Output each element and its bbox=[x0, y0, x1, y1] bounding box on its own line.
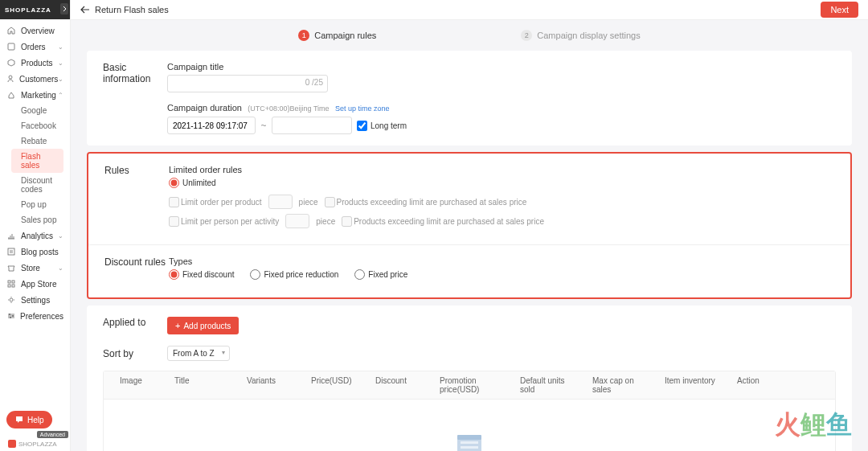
sort-select[interactable]: From A to Z bbox=[167, 346, 230, 361]
sort-by-label: Sort by bbox=[103, 348, 167, 359]
title-counter: 0 /25 bbox=[305, 78, 323, 87]
th-default-sold: Default units sold bbox=[514, 376, 586, 394]
end-date-input[interactable] bbox=[272, 117, 352, 134]
back-button[interactable]: Return Flash sales bbox=[80, 5, 169, 14]
nav-app-store[interactable]: App Store bbox=[0, 276, 70, 292]
svg-point-10 bbox=[10, 317, 11, 318]
limit-person-checkbox[interactable]: Limit per person per activity bbox=[169, 216, 279, 227]
th-promo: Promotion price(USD) bbox=[433, 376, 514, 394]
th-discount: Discount bbox=[369, 376, 433, 394]
arrow-left-icon bbox=[80, 6, 90, 14]
step-2[interactable]: 2Campaign display settings bbox=[521, 30, 640, 41]
types-label: Types bbox=[169, 256, 834, 266]
sub-facebook[interactable]: Facebook bbox=[11, 118, 70, 133]
svg-rect-4 bbox=[12, 281, 14, 283]
chevron-down-icon: ⌄ bbox=[58, 232, 63, 240]
rules-highlight-box: Rules Limited order rules Unlimited Limi… bbox=[87, 152, 852, 299]
limit-person-input[interactable] bbox=[285, 214, 309, 228]
help-button[interactable]: Help bbox=[6, 411, 52, 428]
campaign-title-input[interactable] bbox=[167, 75, 328, 92]
orders-icon bbox=[6, 42, 16, 51]
section-basic-title: Basic information bbox=[103, 62, 167, 84]
add-products-button[interactable]: +Add products bbox=[167, 317, 239, 334]
chat-icon bbox=[14, 415, 24, 424]
home-icon bbox=[6, 26, 16, 35]
sub-pop-up[interactable]: Pop up bbox=[11, 197, 70, 212]
date-separator: ~ bbox=[260, 120, 267, 131]
section-rules-title: Rules bbox=[104, 165, 169, 176]
exceed1-checkbox[interactable]: Products exceeding limit are purchased a… bbox=[325, 197, 527, 207]
nav-overview[interactable]: Overview bbox=[0, 23, 70, 39]
svg-rect-12 bbox=[457, 435, 481, 440]
fixed-reduction-radio[interactable]: Fixed price reduction bbox=[250, 269, 338, 280]
nav-settings[interactable]: Settings bbox=[0, 292, 70, 308]
sidebar-toggle[interactable] bbox=[60, 3, 68, 14]
products-table: Image Title Variants Price(USD) Discount… bbox=[103, 371, 836, 451]
footer-logo: SHOPLAZZA bbox=[8, 440, 57, 448]
nav-customers[interactable]: Customers⌄ bbox=[0, 71, 70, 87]
empty-state: No data found bbox=[104, 400, 835, 451]
pref-icon bbox=[6, 311, 15, 321]
th-title: Title bbox=[168, 376, 240, 394]
brand-logo: SHOPLAZZA bbox=[0, 0, 70, 19]
campaign-title-label: Campaign title bbox=[167, 62, 836, 72]
th-action: Action bbox=[731, 376, 795, 394]
svg-rect-3 bbox=[8, 281, 10, 283]
fixed-discount-radio[interactable]: Fixed discount bbox=[169, 269, 234, 280]
step-1[interactable]: 1Campaign rules bbox=[298, 30, 376, 41]
next-button[interactable]: Next bbox=[821, 2, 858, 18]
footer-logo-icon bbox=[8, 440, 16, 448]
limited-rules-label: Limited order rules bbox=[169, 165, 834, 174]
th-variants: Variants bbox=[240, 376, 305, 394]
section-discount-title: Discount rules bbox=[104, 256, 169, 268]
customers-icon bbox=[6, 74, 14, 84]
nav-orders[interactable]: Orders⌄ bbox=[0, 39, 70, 55]
sub-discount-codes[interactable]: Discount codes bbox=[11, 173, 70, 197]
unlimited-radio[interactable]: Unlimited bbox=[169, 178, 216, 188]
nav-preferences[interactable]: Preferences bbox=[0, 308, 70, 324]
th-max-cap: Max cap on sales bbox=[586, 376, 658, 394]
plus-icon: + bbox=[175, 321, 180, 330]
products-icon bbox=[6, 58, 16, 68]
app-icon bbox=[6, 279, 16, 289]
svg-rect-14 bbox=[461, 446, 478, 449]
section-applied-title: Applied to bbox=[103, 317, 167, 328]
svg-rect-11 bbox=[457, 438, 481, 451]
exceed2-checkbox[interactable]: Products exceeding limit are purchased a… bbox=[342, 216, 544, 227]
th-image: Image bbox=[104, 376, 168, 394]
nav-store[interactable]: Store⌄ bbox=[0, 260, 70, 276]
gear-icon bbox=[6, 295, 16, 305]
svg-point-8 bbox=[9, 314, 10, 315]
svg-rect-0 bbox=[8, 43, 14, 50]
timezone-text: (UTC+08:00)Beijing Time bbox=[248, 105, 329, 113]
sub-sales-pop[interactable]: Sales pop bbox=[11, 212, 70, 228]
limit-order-input[interactable] bbox=[268, 195, 293, 209]
sub-google[interactable]: Google bbox=[11, 103, 70, 118]
svg-rect-13 bbox=[461, 441, 478, 444]
sub-rebate[interactable]: Rebate bbox=[11, 133, 70, 149]
fixed-price-radio[interactable]: Fixed price bbox=[354, 269, 407, 280]
duration-label: Campaign duration bbox=[167, 103, 242, 113]
advanced-badge: Advanced bbox=[37, 431, 68, 438]
chevron-up-icon: ⌃ bbox=[58, 92, 63, 99]
chevron-down-icon: ⌄ bbox=[58, 76, 63, 83]
limit-order-checkbox[interactable]: Limit order per product bbox=[169, 197, 262, 207]
sub-flash-sales[interactable]: Flash sales bbox=[11, 149, 63, 173]
nav-analytics[interactable]: Analytics⌄ bbox=[0, 228, 70, 244]
nav-marketing[interactable]: Marketing⌃ bbox=[0, 87, 70, 103]
chevron-down-icon: ⌄ bbox=[58, 59, 63, 67]
svg-rect-2 bbox=[8, 248, 14, 255]
watermark: 火鲤鱼 bbox=[775, 408, 852, 443]
svg-point-7 bbox=[10, 298, 13, 301]
chevron-down-icon: ⌄ bbox=[58, 43, 63, 51]
nav-blog[interactable]: Blog posts bbox=[0, 244, 70, 260]
svg-rect-6 bbox=[12, 285, 14, 287]
th-price: Price(USD) bbox=[305, 376, 369, 394]
blog-icon bbox=[6, 247, 16, 256]
start-date-input[interactable] bbox=[167, 117, 256, 134]
svg-point-1 bbox=[9, 76, 12, 79]
long-term-checkbox[interactable]: Long term bbox=[357, 121, 407, 131]
timezone-link[interactable]: Set up time zone bbox=[335, 105, 390, 113]
brand-text: SHOPLAZZA bbox=[5, 6, 51, 14]
nav-products[interactable]: Products⌄ bbox=[0, 55, 70, 71]
